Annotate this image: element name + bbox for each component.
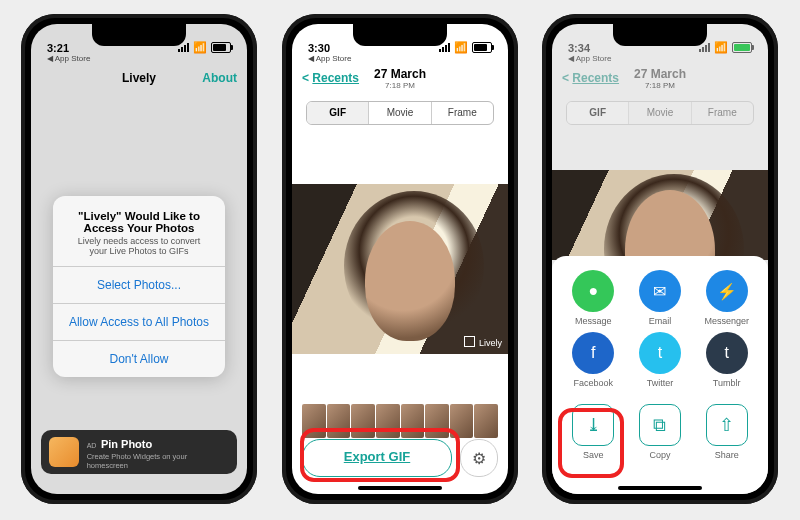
phone-permission: 3:21 📶 ◀ App Store Lively About "Lively"… [21,14,257,504]
format-segmented[interactable]: GIF Movie Frame [306,101,494,125]
nav-bar: < Recents 27 March 7:18 PM [292,63,508,93]
wifi-icon: 📶 [714,41,728,54]
segment-frame: Frame [691,102,753,124]
app-label: Facebook [560,378,627,388]
app-icon: t [706,332,748,374]
status-time: 3:34 [568,42,590,54]
notch [92,24,186,46]
app-icon: ✉ [639,270,681,312]
watermark: Lively [464,336,502,348]
home-indicator[interactable] [618,486,702,490]
app-icon: ● [572,270,614,312]
notch [613,24,707,46]
status-time: 3:30 [308,42,330,54]
live-photo-preview [552,170,768,260]
gear-icon: ⚙ [472,449,486,468]
bottom-bar: Export GIF ⚙ [302,438,498,478]
alert-option-allow-all[interactable]: Allow Access to All Photos [53,303,225,340]
back-to-app-store[interactable]: ◀ App Store [31,54,247,63]
format-segmented: GIF Movie Frame [566,101,754,125]
share-app-tumblr[interactable]: tTumblr [693,332,760,388]
segment-frame[interactable]: Frame [431,102,493,124]
back-recents[interactable]: < Recents [562,71,619,85]
wifi-icon: 📶 [193,41,207,54]
share-sheet: ●Message✉Email⚡MessengerfFacebooktTwitte… [552,256,768,494]
app-icon: f [572,332,614,374]
back-recents[interactable]: < Recents [302,71,359,85]
ad-title: Pin Photo [101,438,152,450]
filmstrip[interactable] [302,404,498,438]
screen: 3:30 📶 ◀ App Store < Recents 27 March 7:… [292,24,508,494]
tutorial-row: 3:21 📶 ◀ App Store Lively About "Lively"… [0,0,800,520]
ad-banner[interactable]: AD Pin Photo Create Photo Widgets on you… [41,430,237,474]
app-label: Tumblr [693,378,760,388]
nav-bar: < Recents 27 March 7:18 PM [552,63,768,93]
back-to-app-store[interactable]: ◀ App Store [552,54,768,63]
settings-button[interactable]: ⚙ [460,439,498,477]
phone-export: 3:30 📶 ◀ App Store < Recents 27 March 7:… [282,14,518,504]
back-to-app-store[interactable]: ◀ App Store [292,54,508,63]
action-share[interactable]: ⇧Share [693,404,760,460]
battery-icon [211,42,231,53]
export-gif-button[interactable]: Export GIF [302,439,452,477]
action-icon: ⤓ [572,404,614,446]
notch [353,24,447,46]
segment-movie[interactable]: Movie [368,102,430,124]
permission-alert: "Lively" Would Like to Access Your Photo… [53,196,225,377]
alert-option-select-photos[interactable]: Select Photos... [53,266,225,303]
action-copy[interactable]: ⧉Copy [627,404,694,460]
alert-option-dont-allow[interactable]: Don't Allow [53,340,225,377]
share-app-messenger[interactable]: ⚡Messenger [693,270,760,326]
about-link[interactable]: About [202,71,237,85]
share-app-facebook[interactable]: fFacebook [560,332,627,388]
action-label: Copy [627,450,694,460]
screen: 3:34 📶 ◀ App Store < Recents 27 March 7:… [552,24,768,494]
battery-icon [472,42,492,53]
share-app-twitter[interactable]: tTwitter [627,332,694,388]
status-time: 3:21 [47,42,69,54]
action-label: Share [693,450,760,460]
app-label: Twitter [627,378,694,388]
segment-gif[interactable]: GIF [307,102,368,124]
segment-gif: GIF [567,102,628,124]
app-icon: ⚡ [706,270,748,312]
share-app-email[interactable]: ✉Email [627,270,694,326]
action-icon: ⧉ [639,404,681,446]
action-icon: ⇧ [706,404,748,446]
action-save[interactable]: ⤓Save [560,404,627,460]
app-label: Email [627,316,694,326]
alert-title: "Lively" Would Like to Access Your Photo… [53,196,225,236]
screen: 3:21 📶 ◀ App Store Lively About "Lively"… [31,24,247,494]
app-label: Messenger [693,316,760,326]
ad-app-icon [49,437,79,467]
app-label: Message [560,316,627,326]
ad-label: AD [87,442,97,449]
alert-body: Lively needs access to convert your Live… [53,236,225,266]
wifi-icon: 📶 [454,41,468,54]
home-indicator[interactable] [358,486,442,490]
share-app-message[interactable]: ●Message [560,270,627,326]
phone-share: 3:34 📶 ◀ App Store < Recents 27 March 7:… [542,14,778,504]
nav-bar: Lively About [31,63,247,93]
ad-subtitle: Create Photo Widgets on your homescreen [87,452,229,470]
app-icon: t [639,332,681,374]
battery-icon [732,42,752,53]
action-label: Save [560,450,627,460]
live-photo-preview: Lively [292,184,508,354]
segment-movie: Movie [628,102,690,124]
